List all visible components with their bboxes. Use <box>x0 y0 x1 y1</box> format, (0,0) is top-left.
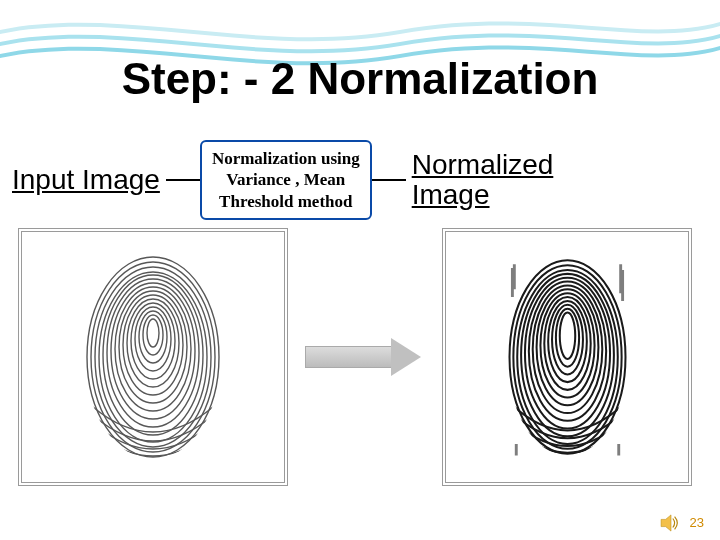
svg-point-10 <box>123 295 183 395</box>
svg-point-8 <box>115 287 191 411</box>
right-arrow-icon <box>305 340 425 374</box>
page-number: 23 <box>690 515 704 530</box>
normalized-label-line2: Image <box>412 179 490 210</box>
speaker-icon <box>660 514 682 532</box>
input-fingerprint-image <box>73 247 233 467</box>
svg-point-13 <box>135 307 171 371</box>
slide-title: Step: - 2 Normalization <box>0 54 720 104</box>
method-line-3: Threshold method <box>212 191 360 212</box>
normalized-fingerprint-image <box>495 248 640 466</box>
normalized-image-label: Normalized Image <box>412 150 554 209</box>
svg-point-16 <box>147 319 159 347</box>
svg-rect-18 <box>504 256 630 457</box>
label-row: Input Image Normalization using Variance… <box>12 140 692 220</box>
image-row <box>18 228 692 486</box>
connector-line-right <box>372 179 406 181</box>
connector-line-left <box>166 179 200 181</box>
svg-point-26 <box>536 289 598 405</box>
normalized-fingerprint-frame <box>442 228 692 486</box>
input-image-label: Input Image <box>12 164 160 196</box>
method-line-2: Variance , Mean <box>212 169 360 190</box>
svg-point-15 <box>143 315 163 355</box>
normalized-label-line1: Normalized <box>412 149 554 180</box>
svg-point-22 <box>521 274 614 436</box>
svg-point-32 <box>559 313 574 359</box>
method-box: Normalization using Variance , Mean Thre… <box>200 140 372 220</box>
input-fingerprint-frame <box>18 228 288 486</box>
arrow-container <box>288 340 442 374</box>
method-line-1: Normalization using <box>212 148 360 169</box>
svg-point-6 <box>107 279 199 427</box>
svg-marker-33 <box>661 515 671 531</box>
